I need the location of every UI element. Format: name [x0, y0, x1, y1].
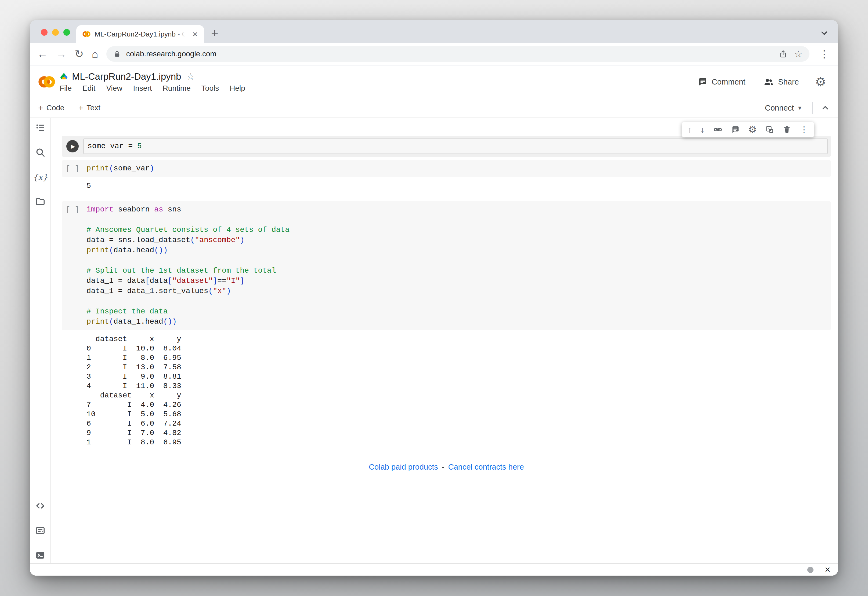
- status-indicator-dot: [807, 567, 813, 573]
- cell-more-options-icon[interactable]: ⋮: [800, 125, 808, 134]
- search-icon[interactable]: [35, 147, 46, 158]
- cell-2-output: 5: [86, 181, 831, 190]
- delete-cell-icon[interactable]: [782, 125, 791, 134]
- footer-separator: -: [438, 463, 448, 471]
- comment-cell-icon[interactable]: [731, 125, 739, 134]
- tab-title: ML-CarpRun2-Day1.ipynb - Co: [95, 29, 188, 39]
- reload-button[interactable]: ↻: [75, 49, 84, 59]
- settings-gear-icon[interactable]: ⚙: [811, 75, 830, 89]
- colab-favicon-icon: [82, 30, 91, 38]
- cancel-contracts-link[interactable]: Cancel contracts here: [448, 463, 524, 471]
- menu-tools[interactable]: Tools: [201, 84, 219, 93]
- url-text: colab.research.google.com: [126, 50, 773, 58]
- tab-strip: ML-CarpRun2-Day1.ipynb - Co × +: [30, 20, 838, 43]
- code-editor[interactable]: print(some_var): [83, 164, 827, 174]
- tab-close-icon[interactable]: ×: [191, 30, 199, 38]
- share-button[interactable]: Share: [758, 72, 804, 91]
- address-bar[interactable]: colab.research.google.com ☆: [106, 46, 809, 62]
- status-bar: ×: [30, 563, 838, 575]
- cell-3-output: dataset x y 0 I 10.0 8.04 1 I 8.0 6.95 2…: [86, 334, 831, 447]
- notebook-toolbar: + Code + Text Connect ▾: [30, 98, 838, 118]
- comment-button[interactable]: Comment: [692, 72, 751, 91]
- cell-toolbar: ↑ ↓: [682, 122, 814, 137]
- minimize-window-button[interactable]: [52, 29, 59, 36]
- star-notebook-icon[interactable]: ☆: [187, 71, 195, 82]
- notebook-main: {x}: [30, 118, 838, 575]
- browser-menu-icon[interactable]: ⋮: [818, 48, 831, 60]
- code-editor[interactable]: some_var = 5: [83, 139, 828, 154]
- link-cell-icon[interactable]: [713, 125, 722, 134]
- terminal-icon[interactable]: [35, 550, 46, 561]
- comment-icon: [698, 77, 707, 87]
- traffic-lights: [41, 29, 70, 36]
- caret-down-icon: ▾: [798, 104, 801, 112]
- close-window-button[interactable]: [41, 29, 47, 36]
- code-cell-2[interactable]: [ ] print(some_var): [62, 160, 831, 177]
- bookmark-star-icon[interactable]: ☆: [794, 49, 803, 59]
- lock-icon: [113, 50, 121, 58]
- back-button[interactable]: ←: [37, 49, 48, 59]
- menu-help[interactable]: Help: [230, 84, 245, 93]
- add-code-button[interactable]: + Code: [38, 103, 64, 113]
- drive-file-icon: [60, 72, 68, 81]
- colab-footer: Colab paid products-Cancel contracts her…: [62, 463, 831, 472]
- variables-icon[interactable]: {x}: [35, 172, 46, 183]
- plus-icon: +: [78, 103, 84, 113]
- table-of-contents-icon[interactable]: [35, 122, 46, 133]
- code-cell-1[interactable]: ▶ some_var = 5: [62, 136, 831, 157]
- run-cell-button[interactable]: ▶: [67, 140, 79, 152]
- execution-count-label[interactable]: [ ]: [66, 205, 79, 327]
- files-icon[interactable]: [35, 196, 46, 207]
- plus-icon: +: [38, 103, 43, 113]
- colab-header: ML-CarpRun2-Day1.ipynb ☆ File Edit View …: [30, 65, 838, 98]
- status-close-icon[interactable]: ×: [825, 565, 830, 575]
- paid-products-link[interactable]: Colab paid products: [369, 463, 438, 471]
- move-cell-up-icon[interactable]: ↑: [688, 125, 692, 134]
- collapse-sections-icon[interactable]: [821, 103, 830, 112]
- menu-insert[interactable]: Insert: [133, 84, 152, 93]
- left-rail: {x}: [30, 118, 51, 575]
- cell-settings-gear-icon[interactable]: ⚙: [748, 125, 757, 134]
- run-icon: ▶: [71, 143, 75, 149]
- browser-window: ML-CarpRun2-Day1.ipynb - Co × + ← → ↻ ⌂: [30, 20, 838, 575]
- execution-count-label[interactable]: [ ]: [66, 164, 79, 174]
- divider: [812, 102, 813, 114]
- menu-runtime[interactable]: Runtime: [163, 84, 191, 93]
- browser-toolbar: ← → ↻ ⌂ colab.research.google.com ☆ ⋮: [30, 43, 838, 65]
- notebook-title[interactable]: ML-CarpRun2-Day1.ipynb: [72, 71, 181, 82]
- people-icon: [763, 77, 774, 87]
- code-cell-3[interactable]: [ ] import seaborn as sns # Anscomes Qua…: [62, 201, 831, 330]
- tab-search-chevron-icon[interactable]: [820, 28, 829, 38]
- desktop: ML-CarpRun2-Day1.ipynb - Co × + ← → ↻ ⌂: [0, 0, 868, 596]
- menu-edit[interactable]: Edit: [83, 84, 95, 93]
- command-palette-icon[interactable]: [35, 525, 46, 536]
- code-editor[interactable]: import seaborn as sns # Anscomes Quartet…: [83, 205, 827, 327]
- menu-file[interactable]: File: [60, 84, 72, 93]
- code-snippets-icon[interactable]: [35, 500, 46, 511]
- home-button[interactable]: ⌂: [92, 49, 98, 59]
- forward-button[interactable]: →: [56, 49, 67, 59]
- mirror-cell-icon[interactable]: [765, 125, 774, 134]
- zoom-window-button[interactable]: [64, 29, 70, 36]
- notebook-content: ↑ ↓: [51, 118, 838, 575]
- new-tab-button[interactable]: +: [211, 27, 218, 39]
- menu-bar: File Edit View Insert Runtime Tools Help: [60, 84, 692, 93]
- menu-view[interactable]: View: [106, 84, 122, 93]
- share-page-icon[interactable]: [779, 50, 787, 58]
- move-cell-down-icon[interactable]: ↓: [700, 125, 705, 134]
- connect-button[interactable]: Connect ▾: [762, 103, 804, 112]
- browser-tab[interactable]: ML-CarpRun2-Day1.ipynb - Co ×: [76, 25, 204, 43]
- add-text-button[interactable]: + Text: [78, 103, 101, 113]
- colab-logo-icon: [38, 73, 55, 90]
